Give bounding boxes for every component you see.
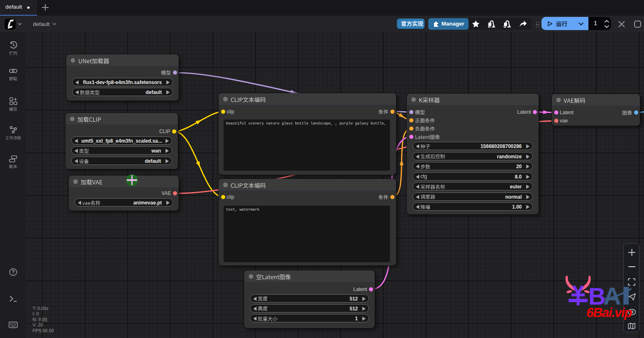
- svg-text:6Bai.vip: 6Bai.vip: [586, 305, 632, 320]
